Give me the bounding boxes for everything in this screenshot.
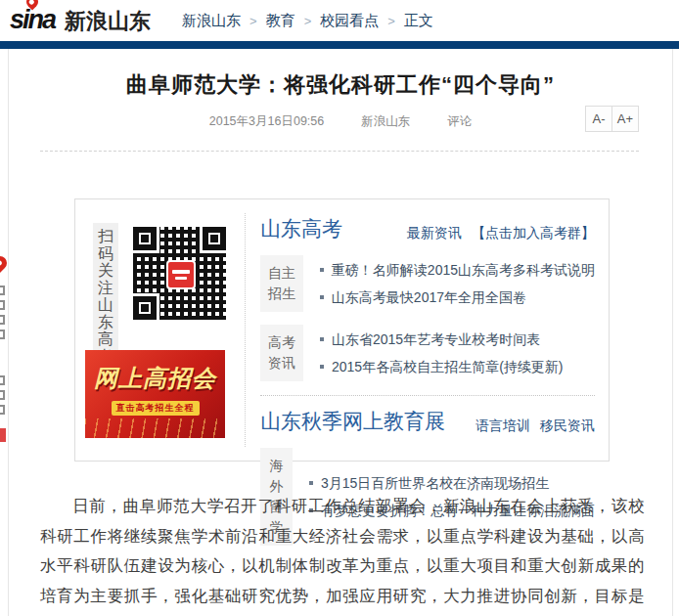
left-float-widget-fragment	[0, 375, 8, 430]
comments-link[interactable]: 评论	[447, 113, 472, 130]
bullet-icon	[320, 268, 324, 272]
left-float-sina-icon	[0, 254, 8, 278]
section-gaokao-header: 山东高考 最新资讯 【点击加入高考群】	[260, 215, 595, 242]
language-training-link[interactable]: 语言培训	[475, 418, 530, 435]
breadcrumb-separator: >	[304, 14, 312, 28]
news-link[interactable]: 重磅！名师解读2015山东高考多科考试说明	[318, 256, 595, 284]
join-group-link[interactable]: 【点击加入高考群】	[472, 225, 595, 242]
publish-date: 2015年3月16日09:56	[209, 113, 324, 130]
breadcrumb-item-education[interactable]: 教育	[266, 12, 295, 30]
gaokao-promo-box: 扫码关注山东高考 网上高招会 直击高考招生全程 山东高考 最新资讯 【点击加	[74, 198, 610, 462]
row-items: 山东省2015年艺考专业校考时间表 2015年各高校自主招生简章(持续更新)	[318, 325, 563, 381]
bullet-icon	[309, 481, 313, 485]
article-paragraph: 日前，曲阜师范大学召开了科研工作总结部署会，新浪山东在会上获悉，该校科研工作将继…	[40, 491, 645, 616]
immigration-info-link[interactable]: 移民资讯	[540, 418, 595, 435]
page-title: 曲阜师范大学：将强化科研工作“四个导向”	[9, 70, 672, 100]
header-divider-bar	[0, 41, 679, 49]
left-float-qr-fragment	[0, 428, 8, 446]
qr-finder-icon	[203, 227, 226, 250]
breadcrumb-item-home[interactable]: 新浪山东	[182, 12, 241, 30]
row-items: 重磅！名师解读2015山东高考多科考试说明 山东高考最快2017年全用全国卷	[318, 255, 595, 312]
section-eduexpo-title[interactable]: 山东秋季网上教育展	[260, 408, 445, 435]
promo-row-zizhu: 自主招生 重磅！名师解读2015山东高考多科考试说明 山东高考最快2017年全用…	[260, 255, 595, 312]
latest-news-link[interactable]: 最新资讯	[407, 225, 462, 242]
sina-logo[interactable]: sina 新浪山东	[10, 5, 151, 36]
breadcrumb: 新浪山东 > 教育 > 校园看点 > 正文	[182, 12, 433, 30]
row-label-zizhu: 自主招生	[260, 255, 303, 312]
qr-finder-icon	[133, 227, 157, 250]
promo-vertical-divider	[245, 213, 246, 447]
news-link[interactable]: 山东高考最快2017年全用全国卷	[318, 284, 595, 311]
qr-code	[129, 223, 230, 324]
section-eduexpo-links: 语言培训 移民资讯	[475, 418, 595, 435]
site-region-name: 新浪山东	[65, 7, 151, 36]
bullet-icon	[320, 337, 324, 341]
content-panel: 曲阜师范大学：将强化科研工作“四个导向” 2015年3月16日09:56 新浪山…	[8, 49, 673, 616]
banner-subtitle: 直击高考招生全程	[112, 401, 200, 416]
qr-finder-icon	[133, 296, 157, 320]
font-larger-button[interactable]: A+	[611, 106, 639, 132]
title-divider	[40, 151, 639, 152]
breadcrumb-item-article[interactable]: 正文	[404, 12, 433, 30]
section-eduexpo-header: 山东秋季网上教育展 语言培训 移民资讯	[260, 408, 595, 435]
banner-track-decoration	[85, 418, 225, 438]
qr-center-logo	[166, 260, 196, 289]
site-header: sina 新浪山东 新浪山东 > 教育 > 校园看点 > 正文	[0, 0, 679, 41]
font-smaller-button[interactable]: A-	[585, 106, 612, 132]
qr-caption: 扫码关注山东高考	[93, 223, 118, 370]
promo-row-zixun: 高考资讯 山东省2015年艺考专业校考时间表 2015年各高校自主招生简章(持续…	[260, 325, 595, 381]
bullet-icon	[320, 295, 324, 299]
font-size-controls: A- A+	[585, 106, 639, 132]
article-meta: 2015年3月16日09:56 新浪山东 评论	[9, 113, 672, 130]
bullet-icon	[320, 365, 324, 369]
page: sina 新浪山东 新浪山东 > 教育 > 校园看点 > 正文 曲阜师范大学：将…	[0, 0, 679, 616]
breadcrumb-separator: >	[387, 14, 395, 28]
news-link[interactable]: 2015年各高校自主招生简章(持续更新)	[318, 353, 563, 380]
left-float-widget-fragment	[0, 286, 8, 346]
breadcrumb-item-campus[interactable]: 校园看点	[320, 12, 379, 30]
news-link[interactable]: 山东省2015年艺考专业校考时间表	[318, 326, 563, 353]
gaozhaohui-banner[interactable]: 网上高招会 直击高考招生全程	[85, 350, 225, 438]
article-source: 新浪山东	[361, 113, 410, 130]
banner-title: 网上高招会	[85, 363, 225, 394]
section-gaokao-links: 最新资讯 【点击加入高考群】	[407, 225, 595, 242]
section-gaokao-title[interactable]: 山东高考	[260, 215, 342, 242]
breadcrumb-separator: >	[249, 14, 257, 28]
promo-horizontal-divider	[260, 395, 595, 396]
row-label-zixun: 高考资讯	[260, 325, 303, 381]
